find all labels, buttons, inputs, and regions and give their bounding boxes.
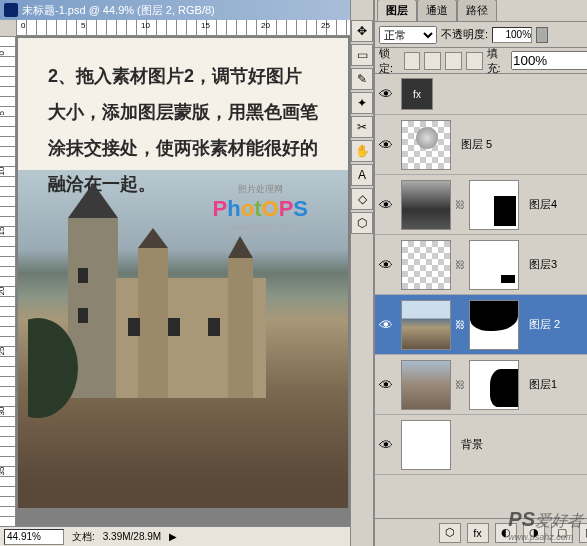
- path-icon[interactable]: ⬡: [351, 212, 373, 234]
- svg-marker-1: [68, 183, 118, 218]
- layer-panel-buttons: ⬡ fx ◐ ◑ ▢ ▣ 🗑: [375, 518, 587, 546]
- svg-rect-10: [168, 318, 180, 336]
- status-bar: 文档: 3.39M/28.9M ▶: [0, 526, 350, 546]
- layer-row[interactable]: 👁 图层 5: [375, 115, 587, 175]
- visibility-eye-icon[interactable]: 👁: [375, 437, 397, 453]
- document-titlebar: 未标题-1.psd @ 44.9% (图层 2, RGB/8): [0, 0, 350, 20]
- folder-icon[interactable]: ▢: [551, 523, 573, 543]
- tab-channels[interactable]: 通道: [417, 0, 457, 21]
- layer-thumb[interactable]: [401, 420, 451, 470]
- doc-size-label: 文档:: [72, 530, 95, 544]
- svg-rect-11: [208, 318, 220, 336]
- hand-icon[interactable]: ✋: [351, 140, 373, 162]
- blend-mode-select[interactable]: 正常: [379, 26, 437, 44]
- layer-name[interactable]: 图层1: [523, 377, 557, 392]
- lock-all-icon[interactable]: [466, 52, 483, 70]
- link-icon: ⛓: [455, 379, 465, 390]
- vertical-toolbar: ✥ ▭ ✎ ✦ ✂ ✋ A ◇ ⬡: [350, 0, 374, 546]
- svg-marker-6: [228, 236, 253, 258]
- layers-list: 👁 fx 👁 图层 5 👁 ⛓ 图层4 👁 ⛓: [375, 74, 587, 518]
- visibility-eye-icon[interactable]: 👁: [375, 377, 397, 393]
- visibility-eye-icon[interactable]: 👁: [375, 257, 397, 273]
- chevron-right-icon[interactable]: ▶: [169, 531, 177, 542]
- ruler-vertical[interactable]: 0 5 10 15 20 25 30 35: [0, 36, 16, 526]
- layer-name[interactable]: 图层4: [523, 197, 557, 212]
- layer-thumb[interactable]: [401, 360, 451, 410]
- tab-layers[interactable]: 图层: [377, 0, 417, 21]
- svg-rect-8: [78, 308, 88, 323]
- ruler-horizontal[interactable]: 0 5 10 15 20 25: [16, 20, 350, 36]
- mask-thumb[interactable]: [469, 180, 519, 230]
- move-icon[interactable]: ✥: [351, 20, 373, 42]
- panel-tabs: 图层 通道 路径: [375, 0, 587, 22]
- layer-options-row: 正常 不透明度:: [375, 22, 587, 48]
- layer-thumb[interactable]: [401, 180, 451, 230]
- mask-icon[interactable]: ◐: [495, 523, 517, 543]
- layer-row[interactable]: 👁 ⛓ 图层3: [375, 235, 587, 295]
- layer-row[interactable]: 👁 ⛓ 图层 2: [375, 295, 587, 355]
- opacity-input[interactable]: [492, 27, 532, 43]
- fill-input[interactable]: [511, 51, 587, 70]
- layer-thumb[interactable]: [401, 120, 451, 170]
- visibility-eye-icon[interactable]: 👁: [375, 317, 397, 333]
- lock-pixels-icon[interactable]: [424, 52, 441, 70]
- brush-icon[interactable]: ✎: [351, 68, 373, 90]
- lock-label: 锁定:: [379, 46, 400, 76]
- visibility-eye-icon[interactable]: 👁: [375, 86, 397, 102]
- type-icon[interactable]: A: [351, 164, 373, 186]
- doc-size-value: 3.39M/28.9M: [103, 531, 161, 542]
- lock-position-icon[interactable]: [445, 52, 462, 70]
- wand-icon[interactable]: ✦: [351, 92, 373, 114]
- layer-thumb[interactable]: [401, 240, 451, 290]
- mask-thumb[interactable]: [469, 300, 519, 350]
- layer-name[interactable]: 图层 5: [455, 137, 492, 152]
- zoom-input[interactable]: [4, 529, 64, 545]
- ps-file-icon: [4, 3, 18, 17]
- layer-thumb[interactable]: [401, 300, 451, 350]
- link-icon: ⛓: [455, 199, 465, 210]
- adjust-icon[interactable]: ◑: [523, 523, 545, 543]
- svg-rect-3: [138, 248, 168, 398]
- layers-panel: 图层 通道 路径 正常 不透明度: 锁定: 填充: 👁 fx 👁 图层 5: [374, 0, 587, 546]
- layer-name[interactable]: 图层3: [523, 257, 557, 272]
- scissors-icon[interactable]: ✂: [351, 116, 373, 138]
- layer-row[interactable]: 👁 ⛓ 图层1: [375, 355, 587, 415]
- document-title: 未标题-1.psd @ 44.9% (图层 2, RGB/8): [22, 3, 215, 18]
- shape-icon[interactable]: ◇: [351, 188, 373, 210]
- layer-name[interactable]: 背景: [455, 437, 483, 452]
- svg-rect-7: [78, 268, 88, 283]
- layer-row[interactable]: 👁 背景 🔒: [375, 415, 587, 475]
- castle-illustration: [28, 178, 288, 418]
- layer-thumb[interactable]: fx: [401, 78, 433, 110]
- visibility-eye-icon[interactable]: 👁: [375, 197, 397, 213]
- link-icon: ⛓: [455, 319, 465, 330]
- visibility-eye-icon[interactable]: 👁: [375, 137, 397, 153]
- layer-name[interactable]: 图层 2: [523, 317, 560, 332]
- opacity-label: 不透明度:: [441, 27, 488, 42]
- document-image[interactable]: 2、拖入素材图片2，调节好图片大小，添加图层蒙版，用黑色画笔涂抹交接处，使两张素…: [18, 38, 348, 508]
- fx-icon[interactable]: fx: [467, 523, 489, 543]
- svg-rect-5: [228, 258, 253, 398]
- mask-thumb[interactable]: [469, 240, 519, 290]
- layer-row[interactable]: 👁 fx: [375, 74, 587, 115]
- svg-marker-4: [138, 228, 168, 248]
- link-icon: ⛓: [455, 259, 465, 270]
- canvas-area[interactable]: 2、拖入素材图片2，调节好图片大小，添加图层蒙版，用黑色画笔涂抹交接处，使两张素…: [16, 36, 350, 526]
- lock-transparency-icon[interactable]: [404, 52, 421, 70]
- mask-thumb[interactable]: [469, 360, 519, 410]
- fill-label: 填充:: [487, 46, 508, 76]
- new-icon[interactable]: ▣: [579, 523, 587, 543]
- tab-paths[interactable]: 路径: [457, 0, 497, 21]
- lock-row: 锁定: 填充:: [375, 48, 587, 74]
- link-icon[interactable]: ⬡: [439, 523, 461, 543]
- layer-row[interactable]: 👁 ⛓ 图层4: [375, 175, 587, 235]
- chevron-right-icon[interactable]: [536, 27, 548, 43]
- rect-icon[interactable]: ▭: [351, 44, 373, 66]
- svg-rect-9: [128, 318, 140, 336]
